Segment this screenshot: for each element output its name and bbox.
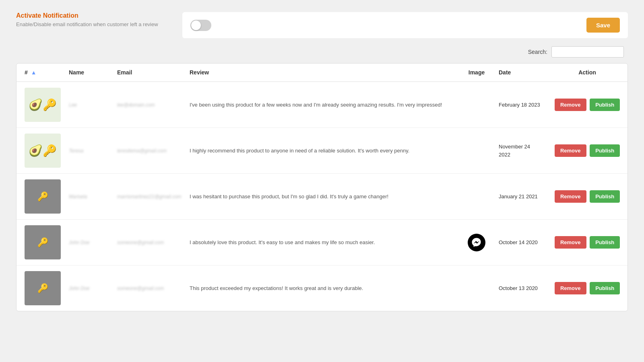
td-messenger <box>458 82 495 128</box>
product-image: 🔑 <box>25 225 61 259</box>
table-header-row: # ▲ Name Email Review Image Date Action <box>17 64 627 82</box>
search-input[interactable] <box>551 46 624 58</box>
td-review: I highly recommend this product to anyon… <box>186 128 458 174</box>
td-image: 🔑 <box>17 174 65 220</box>
td-date: November 24 2022 <box>495 128 547 174</box>
td-email: teresitema@gmail.com <box>113 128 186 174</box>
td-review: I absolutely love this product. It's eas… <box>186 220 458 265</box>
td-action: Remove Publish <box>547 174 627 220</box>
reviews-table-container: # ▲ Name Email Review Image Date Action … <box>16 63 628 311</box>
td-name: Lee <box>65 82 113 128</box>
toggle-save-area: Save <box>182 12 628 38</box>
td-name: John Doe <box>65 265 113 311</box>
save-button[interactable]: Save <box>586 18 620 33</box>
notification-info: Activate Notification Enable/Disable ema… <box>16 12 158 27</box>
td-date: February 18 2023 <box>495 82 547 128</box>
product-image: 🥑🔑 <box>25 88 61 122</box>
col-header-date: Date <box>495 64 547 82</box>
td-messenger <box>458 174 495 220</box>
td-image: 🥑🔑 <box>17 82 65 128</box>
td-email: marrismartinez21@gmail.com <box>113 174 186 220</box>
td-email: lee@domain.com <box>113 82 186 128</box>
activate-notification-title: Activate Notification <box>16 12 158 19</box>
toggle-knob <box>191 21 201 30</box>
remove-button[interactable]: Remove <box>555 190 586 203</box>
td-image: 🔑 <box>17 265 65 311</box>
publish-button[interactable]: Publish <box>590 236 620 249</box>
table-row: 🥑🔑 Lee lee@domain.com I've been using th… <box>17 82 627 128</box>
col-header-email: Email <box>113 64 186 82</box>
td-action: Remove Publish <box>547 265 627 311</box>
reviews-table: # ▲ Name Email Review Image Date Action … <box>17 64 627 311</box>
td-email: someone@gmail.com <box>113 265 186 311</box>
td-name: John Doe <box>65 220 113 265</box>
td-action: Remove Publish <box>547 82 627 128</box>
product-image: 🥑🔑 <box>25 134 61 168</box>
table-row: 🔑 John Doe someone@gmail.com This produc… <box>17 265 627 311</box>
sort-icon: ▲ <box>31 69 37 76</box>
td-email: someone@gmail.com <box>113 220 186 265</box>
remove-button[interactable]: Remove <box>555 99 586 111</box>
remove-button[interactable]: Remove <box>555 282 586 294</box>
col-header-review: Review <box>186 64 458 82</box>
publish-button[interactable]: Publish <box>590 99 620 111</box>
td-image: 🥑🔑 <box>17 128 65 174</box>
publish-button[interactable]: Publish <box>590 144 620 157</box>
search-label: Search: <box>528 49 547 55</box>
td-review: I've been using this product for a few w… <box>186 82 458 128</box>
product-image: 🔑 <box>25 179 61 214</box>
table-row: 🔑 John Doe someone@gmail.com I absolutel… <box>17 220 627 265</box>
remove-button[interactable]: Remove <box>555 144 586 157</box>
col-header-name: Name <box>65 64 113 82</box>
td-image: 🔑 <box>17 220 65 265</box>
remove-button[interactable]: Remove <box>555 236 586 249</box>
table-row: 🥑🔑 Teresa teresitema@gmail.com I highly … <box>17 128 627 174</box>
top-section: Activate Notification Enable/Disable ema… <box>16 12 628 38</box>
td-action: Remove Publish <box>547 128 627 174</box>
td-action: Remove Publish <box>547 220 627 265</box>
td-messenger <box>458 128 495 174</box>
publish-button[interactable]: Publish <box>590 190 620 203</box>
publish-button[interactable]: Publish <box>590 282 620 294</box>
td-messenger <box>458 220 495 265</box>
td-name: Teresa <box>65 128 113 174</box>
search-row: Search: <box>16 46 628 58</box>
notification-subtitle: Enable/Disable email notification when c… <box>16 21 158 27</box>
notification-toggle[interactable] <box>190 20 211 31</box>
td-review: This product exceeded my expectations! I… <box>186 265 458 311</box>
td-messenger <box>458 265 495 311</box>
col-header-action: Action <box>547 64 627 82</box>
td-date: October 14 2020 <box>495 220 547 265</box>
product-image: 🔑 <box>25 271 61 305</box>
td-review: I was hesitant to purchase this product,… <box>186 174 458 220</box>
messenger-icon <box>468 234 485 251</box>
col-header-hash[interactable]: # ▲ <box>17 64 65 82</box>
td-date: October 13 2020 <box>495 265 547 311</box>
td-date: January 21 2021 <box>495 174 547 220</box>
table-row: 🔑 Marisela marrismartinez21@gmail.com I … <box>17 174 627 220</box>
col-header-image: Image <box>458 64 495 82</box>
td-name: Marisela <box>65 174 113 220</box>
